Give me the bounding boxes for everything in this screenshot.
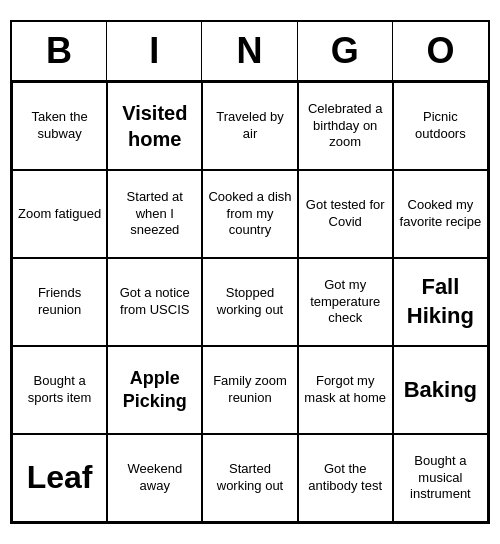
bingo-header: BINGO [12,22,488,82]
bingo-cell-6: Started at when I sneezed [107,170,202,258]
bingo-cell-21: Weekend away [107,434,202,522]
bingo-cell-23: Got the antibody test [298,434,393,522]
bingo-cell-14: Fall Hiking [393,258,488,346]
bingo-cell-0: Taken the subway [12,82,107,170]
bingo-cell-7: Cooked a dish from my country [202,170,297,258]
bingo-card: BINGO Taken the subwayVisited homeTravel… [10,20,490,524]
bingo-cell-20: Leaf [12,434,107,522]
bingo-cell-5: Zoom fatigued [12,170,107,258]
bingo-cell-22: Started working out [202,434,297,522]
bingo-cell-16: Apple Picking [107,346,202,434]
bingo-letter-b: B [12,22,107,80]
bingo-cell-19: Baking [393,346,488,434]
bingo-cell-24: Bought a musical instrument [393,434,488,522]
bingo-cell-4: Picnic outdoors [393,82,488,170]
bingo-cell-10: Friends reunion [12,258,107,346]
bingo-grid: Taken the subwayVisited homeTraveled by … [12,82,488,522]
bingo-cell-17: Family zoom reunion [202,346,297,434]
bingo-cell-18: Forgot my mask at home [298,346,393,434]
bingo-cell-8: Got tested for Covid [298,170,393,258]
bingo-cell-13: Got my temperature check [298,258,393,346]
bingo-cell-12: Stopped working out [202,258,297,346]
bingo-letter-g: G [298,22,393,80]
bingo-cell-1: Visited home [107,82,202,170]
bingo-cell-3: Celebrated a birthday on zoom [298,82,393,170]
bingo-cell-11: Got a notice from USCIS [107,258,202,346]
bingo-cell-9: Cooked my favorite recipe [393,170,488,258]
bingo-letter-i: I [107,22,202,80]
bingo-cell-2: Traveled by air [202,82,297,170]
bingo-cell-15: Bought a sports item [12,346,107,434]
bingo-letter-n: N [202,22,297,80]
bingo-letter-o: O [393,22,488,80]
